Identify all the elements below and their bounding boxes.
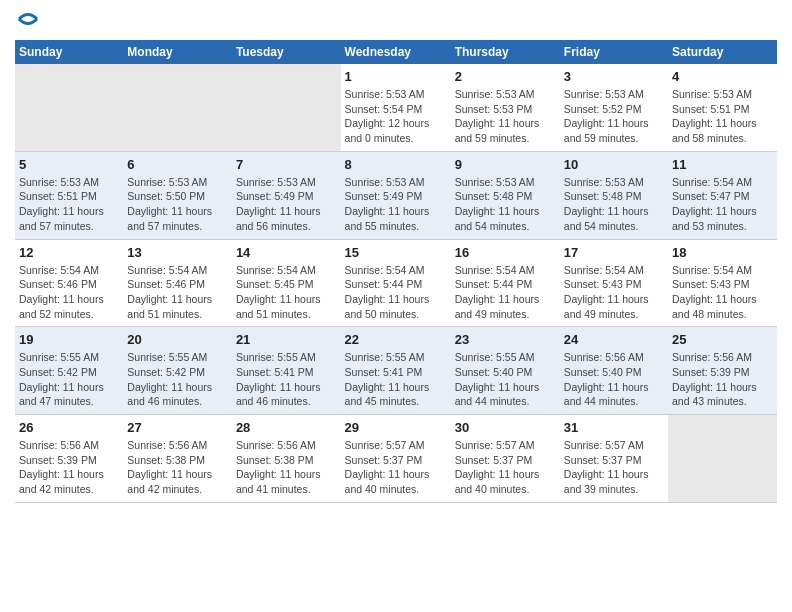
calendar-cell: 16Sunrise: 5:54 AMSunset: 5:44 PMDayligh… [451, 239, 560, 327]
day-number: 28 [236, 420, 337, 435]
calendar-cell: 14Sunrise: 5:54 AMSunset: 5:45 PMDayligh… [232, 239, 341, 327]
day-info: Sunrise: 5:57 AMSunset: 5:37 PMDaylight:… [455, 438, 556, 497]
calendar-cell: 19Sunrise: 5:55 AMSunset: 5:42 PMDayligh… [15, 327, 123, 415]
weekday-wednesday: Wednesday [341, 40, 451, 64]
calendar-cell: 6Sunrise: 5:53 AMSunset: 5:50 PMDaylight… [123, 151, 232, 239]
weekday-saturday: Saturday [668, 40, 777, 64]
day-number: 22 [345, 332, 447, 347]
day-number: 1 [345, 69, 447, 84]
calendar-cell: 25Sunrise: 5:56 AMSunset: 5:39 PMDayligh… [668, 327, 777, 415]
day-number: 15 [345, 245, 447, 260]
day-info: Sunrise: 5:54 AMSunset: 5:45 PMDaylight:… [236, 263, 337, 322]
calendar-cell: 7Sunrise: 5:53 AMSunset: 5:49 PMDaylight… [232, 151, 341, 239]
day-info: Sunrise: 5:56 AMSunset: 5:39 PMDaylight:… [672, 350, 773, 409]
calendar-cell: 8Sunrise: 5:53 AMSunset: 5:49 PMDaylight… [341, 151, 451, 239]
day-number: 18 [672, 245, 773, 260]
day-info: Sunrise: 5:55 AMSunset: 5:42 PMDaylight:… [19, 350, 119, 409]
weekday-tuesday: Tuesday [232, 40, 341, 64]
calendar-cell: 3Sunrise: 5:53 AMSunset: 5:52 PMDaylight… [560, 64, 668, 151]
calendar-cell: 31Sunrise: 5:57 AMSunset: 5:37 PMDayligh… [560, 415, 668, 503]
calendar-cell: 1Sunrise: 5:53 AMSunset: 5:54 PMDaylight… [341, 64, 451, 151]
day-info: Sunrise: 5:53 AMSunset: 5:53 PMDaylight:… [455, 87, 556, 146]
day-info: Sunrise: 5:54 AMSunset: 5:43 PMDaylight:… [672, 263, 773, 322]
day-number: 5 [19, 157, 119, 172]
calendar-cell: 21Sunrise: 5:55 AMSunset: 5:41 PMDayligh… [232, 327, 341, 415]
day-info: Sunrise: 5:56 AMSunset: 5:39 PMDaylight:… [19, 438, 119, 497]
day-info: Sunrise: 5:53 AMSunset: 5:52 PMDaylight:… [564, 87, 664, 146]
day-number: 23 [455, 332, 556, 347]
day-number: 31 [564, 420, 664, 435]
calendar-cell: 2Sunrise: 5:53 AMSunset: 5:53 PMDaylight… [451, 64, 560, 151]
calendar-cell: 24Sunrise: 5:56 AMSunset: 5:40 PMDayligh… [560, 327, 668, 415]
calendar-cell: 28Sunrise: 5:56 AMSunset: 5:38 PMDayligh… [232, 415, 341, 503]
calendar-cell: 26Sunrise: 5:56 AMSunset: 5:39 PMDayligh… [15, 415, 123, 503]
calendar-cell [668, 415, 777, 503]
day-info: Sunrise: 5:54 AMSunset: 5:43 PMDaylight:… [564, 263, 664, 322]
main-container: SundayMondayTuesdayWednesdayThursdayFrid… [0, 0, 792, 513]
calendar-cell: 20Sunrise: 5:55 AMSunset: 5:42 PMDayligh… [123, 327, 232, 415]
day-number: 25 [672, 332, 773, 347]
day-number: 3 [564, 69, 664, 84]
day-number: 13 [127, 245, 228, 260]
day-info: Sunrise: 5:57 AMSunset: 5:37 PMDaylight:… [345, 438, 447, 497]
week-row-1: 1Sunrise: 5:53 AMSunset: 5:54 PMDaylight… [15, 64, 777, 151]
day-number: 16 [455, 245, 556, 260]
day-info: Sunrise: 5:53 AMSunset: 5:50 PMDaylight:… [127, 175, 228, 234]
day-info: Sunrise: 5:53 AMSunset: 5:48 PMDaylight:… [455, 175, 556, 234]
weekday-friday: Friday [560, 40, 668, 64]
day-number: 12 [19, 245, 119, 260]
day-number: 8 [345, 157, 447, 172]
calendar-table: SundayMondayTuesdayWednesdayThursdayFrid… [15, 40, 777, 503]
calendar-cell [123, 64, 232, 151]
calendar-cell: 23Sunrise: 5:55 AMSunset: 5:40 PMDayligh… [451, 327, 560, 415]
calendar-cell: 10Sunrise: 5:53 AMSunset: 5:48 PMDayligh… [560, 151, 668, 239]
weekday-sunday: Sunday [15, 40, 123, 64]
day-info: Sunrise: 5:54 AMSunset: 5:44 PMDaylight:… [455, 263, 556, 322]
weekday-thursday: Thursday [451, 40, 560, 64]
day-number: 21 [236, 332, 337, 347]
day-info: Sunrise: 5:53 AMSunset: 5:51 PMDaylight:… [19, 175, 119, 234]
day-info: Sunrise: 5:56 AMSunset: 5:38 PMDaylight:… [236, 438, 337, 497]
day-number: 24 [564, 332, 664, 347]
day-number: 26 [19, 420, 119, 435]
calendar-cell: 15Sunrise: 5:54 AMSunset: 5:44 PMDayligh… [341, 239, 451, 327]
day-number: 7 [236, 157, 337, 172]
day-number: 14 [236, 245, 337, 260]
calendar-cell: 9Sunrise: 5:53 AMSunset: 5:48 PMDaylight… [451, 151, 560, 239]
day-number: 10 [564, 157, 664, 172]
calendar-cell: 17Sunrise: 5:54 AMSunset: 5:43 PMDayligh… [560, 239, 668, 327]
day-info: Sunrise: 5:56 AMSunset: 5:40 PMDaylight:… [564, 350, 664, 409]
calendar-cell [15, 64, 123, 151]
day-info: Sunrise: 5:55 AMSunset: 5:41 PMDaylight:… [345, 350, 447, 409]
calendar-cell: 4Sunrise: 5:53 AMSunset: 5:51 PMDaylight… [668, 64, 777, 151]
day-number: 4 [672, 69, 773, 84]
calendar-cell: 30Sunrise: 5:57 AMSunset: 5:37 PMDayligh… [451, 415, 560, 503]
day-number: 29 [345, 420, 447, 435]
day-number: 19 [19, 332, 119, 347]
day-number: 6 [127, 157, 228, 172]
calendar-cell: 12Sunrise: 5:54 AMSunset: 5:46 PMDayligh… [15, 239, 123, 327]
day-number: 27 [127, 420, 228, 435]
weekday-header-row: SundayMondayTuesdayWednesdayThursdayFrid… [15, 40, 777, 64]
calendar-cell: 22Sunrise: 5:55 AMSunset: 5:41 PMDayligh… [341, 327, 451, 415]
day-number: 2 [455, 69, 556, 84]
week-row-2: 5Sunrise: 5:53 AMSunset: 5:51 PMDaylight… [15, 151, 777, 239]
day-number: 17 [564, 245, 664, 260]
day-info: Sunrise: 5:53 AMSunset: 5:54 PMDaylight:… [345, 87, 447, 146]
calendar-cell [232, 64, 341, 151]
day-info: Sunrise: 5:54 AMSunset: 5:44 PMDaylight:… [345, 263, 447, 322]
day-info: Sunrise: 5:55 AMSunset: 5:41 PMDaylight:… [236, 350, 337, 409]
day-info: Sunrise: 5:56 AMSunset: 5:38 PMDaylight:… [127, 438, 228, 497]
calendar-cell: 11Sunrise: 5:54 AMSunset: 5:47 PMDayligh… [668, 151, 777, 239]
calendar-cell: 27Sunrise: 5:56 AMSunset: 5:38 PMDayligh… [123, 415, 232, 503]
day-info: Sunrise: 5:53 AMSunset: 5:48 PMDaylight:… [564, 175, 664, 234]
week-row-4: 19Sunrise: 5:55 AMSunset: 5:42 PMDayligh… [15, 327, 777, 415]
week-row-3: 12Sunrise: 5:54 AMSunset: 5:46 PMDayligh… [15, 239, 777, 327]
day-info: Sunrise: 5:54 AMSunset: 5:46 PMDaylight:… [19, 263, 119, 322]
day-info: Sunrise: 5:53 AMSunset: 5:51 PMDaylight:… [672, 87, 773, 146]
day-info: Sunrise: 5:53 AMSunset: 5:49 PMDaylight:… [236, 175, 337, 234]
day-number: 11 [672, 157, 773, 172]
day-number: 20 [127, 332, 228, 347]
day-info: Sunrise: 5:55 AMSunset: 5:40 PMDaylight:… [455, 350, 556, 409]
day-number: 9 [455, 157, 556, 172]
